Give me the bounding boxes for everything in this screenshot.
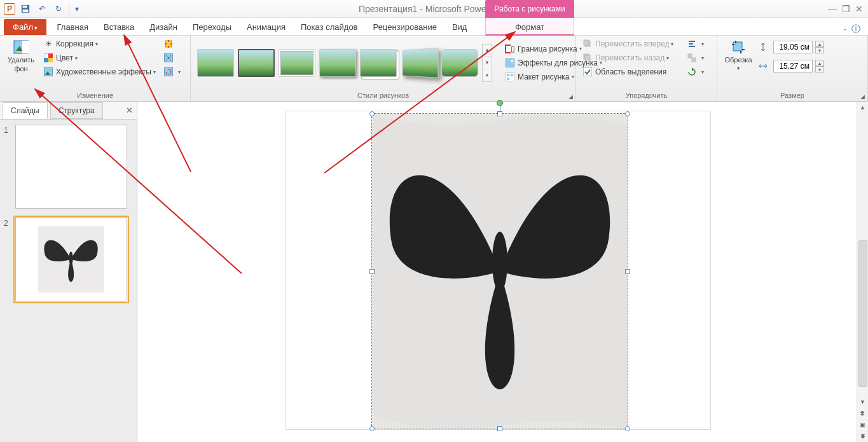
ribbon-tabs: Файл Главная Вставка Дизайн Переходы Ани…: [0, 18, 868, 36]
spin-down-icon[interactable]: ▼: [815, 47, 824, 53]
bring-forward-icon: [582, 39, 593, 49]
undo-icon[interactable]: ↶: [36, 3, 48, 15]
minimize-icon[interactable]: —: [828, 4, 837, 14]
selected-picture[interactable]: [371, 113, 628, 429]
resize-handle-se[interactable]: [625, 426, 630, 431]
tab-view[interactable]: Вид: [444, 19, 475, 35]
align-icon: [687, 39, 697, 49]
slide-number: 2: [4, 218, 11, 228]
height-field: ▲▼: [758, 41, 824, 53]
prev-slide-icon[interactable]: ⯭: [857, 408, 868, 419]
scroll-thumb[interactable]: [858, 240, 867, 387]
style-thumb[interactable]: [441, 49, 478, 77]
svg-rect-4: [22, 41, 29, 53]
help-icon[interactable]: ⓘ: [851, 24, 860, 35]
file-tab[interactable]: Файл: [4, 19, 46, 35]
bring-forward-button[interactable]: Переместить вперед▾: [580, 38, 682, 50]
resize-handle-e[interactable]: [625, 269, 630, 274]
tab-animation[interactable]: Анимация: [239, 19, 293, 35]
reset-picture-icon: [163, 67, 174, 77]
style-thumb[interactable]: [238, 49, 275, 77]
resize-handle-s[interactable]: [497, 426, 502, 431]
restore-icon[interactable]: ❐: [842, 4, 850, 14]
color-button[interactable]: Цвет▾: [41, 52, 158, 64]
corrections-button[interactable]: ☀ Коррекция▾: [41, 38, 158, 50]
close-panel-icon[interactable]: ✕: [126, 106, 133, 115]
save-icon[interactable]: [19, 3, 32, 15]
tab-design[interactable]: Дизайн: [142, 19, 185, 35]
resize-handle-w[interactable]: [369, 269, 375, 274]
slide-thumbnail-2[interactable]: [15, 218, 127, 301]
send-backward-button[interactable]: Переместить назад▾: [580, 52, 682, 64]
resize-handle-nw[interactable]: [369, 111, 375, 116]
remove-bg-label2: фон: [14, 65, 27, 73]
dialog-launcher-icon[interactable]: ◢: [568, 92, 573, 102]
compress-pictures-button[interactable]: [161, 38, 183, 50]
qat-more-icon[interactable]: ▾: [69, 3, 81, 15]
tab-transitions[interactable]: Переходы: [185, 19, 239, 35]
tab-slides[interactable]: Слайды: [3, 102, 48, 119]
style-thumb[interactable]: [319, 49, 356, 77]
tab-format[interactable]: Формат: [515, 20, 544, 34]
crop-icon: [731, 39, 746, 55]
svg-rect-12: [164, 67, 173, 76]
spin-up-icon[interactable]: ▲: [815, 60, 824, 66]
app-logo-icon[interactable]: P: [4, 3, 15, 15]
resize-handle-n[interactable]: [497, 111, 502, 116]
title-bar: P ↶ ↻ ▾ Презентация1 - Microsoft PowerPo…: [0, 0, 868, 18]
redo-icon[interactable]: ↻: [52, 3, 65, 15]
style-thumb[interactable]: [360, 49, 397, 77]
width-input[interactable]: [773, 60, 813, 73]
tab-slideshow[interactable]: Показ слайдов: [293, 19, 366, 35]
group-arrange: Переместить вперед▾ Переместить назад▾ О…: [576, 36, 717, 101]
artistic-effects-button[interactable]: Художественные эффекты▾: [41, 66, 158, 78]
slide-thumbnails: 1 2: [0, 120, 137, 442]
svg-point-29: [69, 252, 73, 265]
picture-styles-gallery[interactable]: ▲▼▾: [195, 41, 495, 85]
rotate-button[interactable]: ▾: [684, 66, 706, 78]
collapse-ribbon-icon[interactable]: ꞈ: [844, 24, 846, 35]
remove-background-icon: [13, 39, 29, 55]
window-title: Презентация1 - Microsoft PowerPoint: [0, 4, 868, 14]
tab-review[interactable]: Рецензирование: [366, 19, 444, 35]
tab-outline[interactable]: Структура: [50, 102, 103, 119]
picture-effects-icon: [505, 58, 515, 68]
selection-pane-button[interactable]: Область выделения: [580, 66, 682, 78]
vertical-scrollbar[interactable]: ▲ ▼ ⯭ ▣ ⯯: [857, 102, 868, 442]
close-icon[interactable]: ✕: [855, 4, 863, 14]
svg-rect-21: [584, 40, 589, 45]
remove-background-button[interactable]: Удалить фон: [4, 38, 38, 73]
slide-nav-icon[interactable]: ▣: [857, 419, 868, 431]
picture-layout-icon: [505, 72, 515, 82]
scroll-track[interactable]: [858, 113, 867, 396]
scroll-up-icon[interactable]: ▲: [857, 102, 868, 113]
svg-rect-2: [23, 9, 29, 11]
next-slide-icon[interactable]: ⯯: [857, 431, 868, 442]
remove-bg-label1: Удалить: [8, 56, 34, 64]
resize-handle-sw[interactable]: [369, 426, 375, 431]
color-icon: [43, 53, 53, 63]
tab-insert[interactable]: Вставка: [96, 19, 142, 35]
format-tab-container: Формат: [485, 18, 574, 36]
gallery-more-button[interactable]: ▲▼▾: [482, 44, 492, 82]
dialog-launcher-icon[interactable]: ◢: [860, 92, 865, 102]
style-thumb[interactable]: [197, 49, 234, 77]
height-input[interactable]: [773, 41, 813, 53]
group-objects-button[interactable]: ▾: [684, 52, 706, 64]
reset-picture-button[interactable]: ▾: [161, 66, 183, 78]
change-picture-button[interactable]: [161, 52, 183, 64]
tab-home[interactable]: Главная: [49, 19, 95, 35]
slides-panel: Слайды Структура ✕ 1 2: [0, 102, 137, 442]
spin-up-icon[interactable]: ▲: [815, 41, 824, 47]
style-thumb[interactable]: [279, 49, 315, 77]
style-thumb[interactable]: [403, 48, 439, 78]
crop-button[interactable]: Обрезка ▾: [721, 38, 755, 73]
ribbon: Удалить фон ☀ Коррекция▾ Цвет▾: [0, 36, 868, 102]
slide-thumbnail-1[interactable]: [15, 125, 127, 209]
align-button[interactable]: ▾: [684, 38, 706, 50]
window-controls: — ❐ ✕: [828, 4, 868, 14]
spin-down-icon[interactable]: ▼: [815, 66, 824, 73]
svg-rect-13: [506, 45, 511, 53]
scroll-down-icon[interactable]: ▼: [857, 396, 868, 408]
resize-handle-ne[interactable]: [625, 111, 630, 116]
